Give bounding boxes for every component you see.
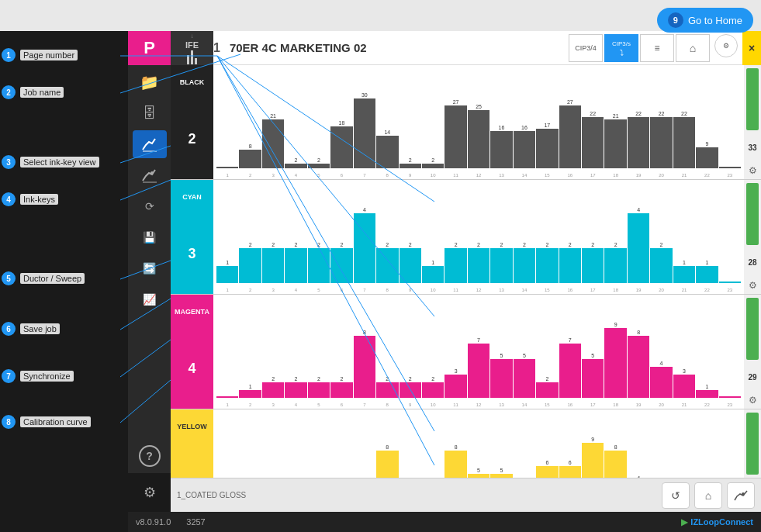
curve-icon[interactable] (133, 130, 167, 158)
version-label: v8.0.91.0 (136, 517, 171, 527)
sidebar-icons-column: 📁 🗄 ⟳ 💾 🔄 📈 (128, 65, 171, 473)
black-bars-area: 821221830142227251616172722212222229 123… (213, 65, 744, 179)
settings-sidebar-button[interactable]: ⚙ (128, 473, 171, 512)
black-right-panel: 33 ⚙ (744, 65, 761, 179)
sync-icon[interactable]: 🔄 (133, 254, 167, 282)
yellow-channel-label: YELLOW 4 (171, 409, 213, 478)
cip-buttons-group: CIP3/4 CIP3/s ⤵ ≡ ⌂ ⚙ (569, 34, 738, 62)
yellow-channel: YELLOW 4 12222282385526698431 1234567891… (171, 409, 761, 478)
sidebar-background (0, 31, 128, 532)
cyan-bars-area: 1222224221222222224211 12345678910111213… (213, 180, 744, 294)
coating-label: 1_COATED GLOSS (177, 491, 246, 499)
home-toolbar-button[interactable]: ⌂ (694, 482, 722, 509)
cyan-channel: CYAN 3 1222224221222222224211 1234567891… (171, 180, 761, 295)
close-button[interactable]: × (742, 31, 761, 65)
folder-icon[interactable]: 📁 (133, 68, 167, 96)
black-channel-label: BLACK 2 (171, 65, 213, 179)
magenta-right-panel: 29 ⚙ (744, 295, 761, 409)
magenta-channel-label: MAGENTA 4 (171, 295, 213, 409)
lines-button[interactable]: ≡ (640, 34, 674, 62)
ink-key-icon[interactable] (133, 161, 167, 189)
refresh-button[interactable]: ↺ (662, 482, 690, 509)
logo-p: P (128, 31, 171, 65)
go-home-label: Go to Home (688, 15, 742, 26)
magenta-channel: MAGENTA 4 122228222375527598431 12345678… (171, 295, 761, 409)
build-number: 3257 (186, 517, 205, 527)
yellow-bars-area: 12222282385526698431 1234567891011121314… (213, 409, 744, 478)
page-number: 1 (213, 41, 220, 55)
help-button[interactable]: ? (128, 439, 171, 473)
black-channel: BLACK 2 82122183014222725161617272221222… (171, 65, 761, 180)
go-home-badge: 9 (668, 12, 683, 28)
job-name: 70ER 4C MARKETING 02 (230, 41, 367, 54)
cyan-channel-label: CYAN 3 (171, 180, 213, 294)
iz-logo: ▶ IZLoopConnect (681, 517, 753, 527)
ductor-icon[interactable]: ⟳ (133, 192, 167, 220)
calibration-icon[interactable]: 📈 (133, 285, 167, 313)
ife-logo: ↓ IFE (171, 31, 213, 65)
magenta-bars-area: 122228222375527598431 123456789101112131… (213, 295, 744, 409)
home-header-button[interactable]: ⌂ (676, 34, 710, 62)
cip34-button[interactable]: CIP3/4 (569, 34, 603, 62)
cip3s-button[interactable]: CIP3/s ⤵ (604, 34, 638, 62)
svg-point-1 (150, 171, 154, 174)
save-icon[interactable]: 💾 (133, 223, 167, 251)
svg-point-3 (742, 492, 745, 496)
database-icon[interactable]: 🗄 (133, 99, 167, 127)
status-bar: v8.0.91.0 3257 ▶ IZLoopConnect (128, 512, 761, 532)
ink-channels-container: BLACK 2 82122183014222725161617272221222… (171, 65, 761, 478)
cyan-right-panel: 28 ⚙ (744, 180, 761, 294)
settings-round-button[interactable]: ⚙ (714, 34, 738, 57)
go-to-home-button[interactable]: 9 Go to Home (657, 8, 753, 33)
ink-key-view-button[interactable] (727, 482, 755, 509)
bottom-toolbar: 1_COATED GLOSS ↺ ⌂ (171, 478, 761, 512)
yellow-right-panel: 29 ⚙ (744, 409, 761, 478)
